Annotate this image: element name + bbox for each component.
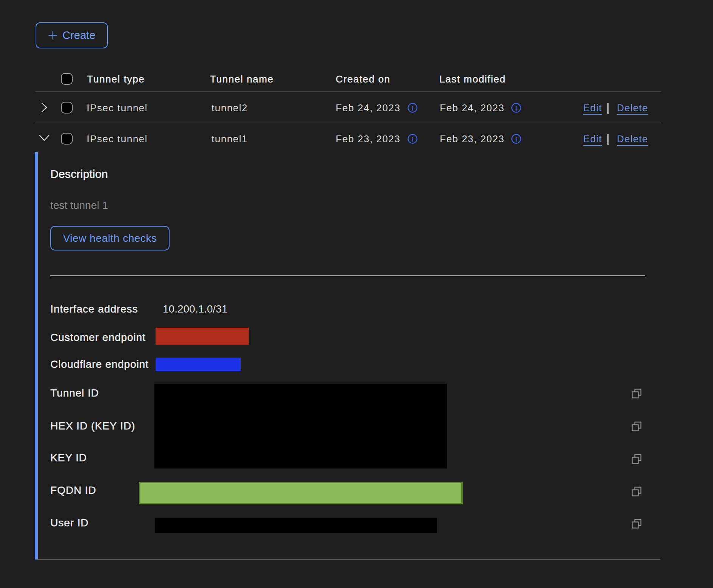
svg-text:i: i bbox=[515, 105, 517, 112]
svg-text:i: i bbox=[412, 105, 414, 112]
svg-text:i: i bbox=[412, 136, 414, 143]
svg-text:i: i bbox=[515, 136, 517, 143]
